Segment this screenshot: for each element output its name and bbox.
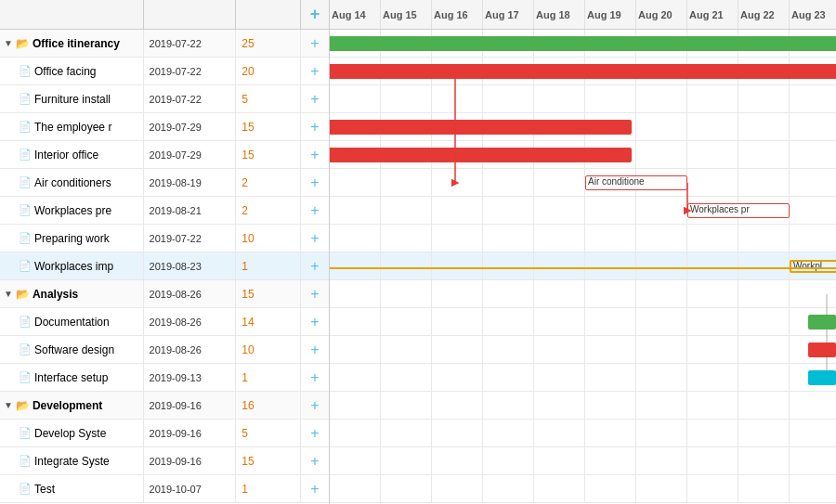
file-icon: 📄 xyxy=(19,149,32,161)
add-task-button[interactable]: + xyxy=(301,342,329,358)
gantt-col-bg xyxy=(790,113,836,140)
gantt-col-bg xyxy=(534,336,585,363)
gantt-col-bg xyxy=(687,420,738,446)
duration-cell: 15 xyxy=(236,447,301,474)
task-name[interactable]: Air conditioners xyxy=(34,176,111,189)
gantt-col-bg xyxy=(483,85,534,112)
duration-cell: 1 xyxy=(236,475,301,502)
gantt-col-bg xyxy=(534,85,585,112)
gantt-col-bg xyxy=(687,447,738,474)
add-task-button[interactable]: + xyxy=(301,481,329,498)
task-name[interactable]: Workplaces imp xyxy=(34,260,113,273)
add-icon[interactable]: + xyxy=(310,5,320,24)
add-task-button[interactable]: + xyxy=(301,91,329,108)
gantt-bar[interactable]: Workpl xyxy=(790,260,836,273)
gantt-col-bg xyxy=(636,252,687,279)
gantt-row xyxy=(330,308,836,336)
duration-cell: 2 xyxy=(236,169,301,196)
add-task-button[interactable]: + xyxy=(301,369,329,386)
add-task-button[interactable]: + xyxy=(301,119,329,136)
duration-cell: 20 xyxy=(236,58,301,84)
add-task-button[interactable]: + xyxy=(301,174,329,191)
add-task-button[interactable]: + xyxy=(301,453,329,470)
expand-icon[interactable]: ▼ xyxy=(4,400,13,410)
gantt-col-bg xyxy=(636,336,687,363)
add-task-button[interactable]: + xyxy=(301,230,329,247)
file-icon: 📄 xyxy=(19,455,32,467)
gantt-col-bg xyxy=(381,364,432,391)
gantt-row xyxy=(330,420,836,447)
task-cell: 📄Workplaces pre xyxy=(0,197,144,224)
task-cell: 📄Develop Syste xyxy=(0,420,144,446)
start-cell: 2019-09-16 xyxy=(144,447,237,474)
gantt-col-bg xyxy=(585,420,636,446)
add-task-button[interactable]: + xyxy=(301,314,329,330)
add-task-button[interactable]: + xyxy=(301,63,329,80)
table-row: 📄Test2019-10-071+ xyxy=(0,475,329,503)
gantt-col-bg xyxy=(790,85,836,112)
task-name[interactable]: Office itinerancy xyxy=(33,37,120,50)
task-name[interactable]: Test xyxy=(34,483,55,496)
add-task-button[interactable]: + xyxy=(301,397,329,414)
expand-icon[interactable]: ▼ xyxy=(4,289,13,299)
date-label: Aug 17 xyxy=(483,0,534,29)
add-task-button[interactable]: + xyxy=(301,35,329,52)
task-name[interactable]: Preparing work xyxy=(34,232,110,245)
gantt-body: Air conditioneWorkplaces prWorkpl xyxy=(330,30,836,503)
duration-cell: 10 xyxy=(236,336,301,363)
start-cell: 2019-07-29 xyxy=(144,113,237,140)
add-task-button[interactable]: + xyxy=(301,202,329,219)
gantt-bar[interactable] xyxy=(330,148,632,162)
add-task-button[interactable]: + xyxy=(301,147,329,163)
table-row: 📄Interface setup2019-09-131+ xyxy=(0,364,329,392)
gantt-col-bg xyxy=(381,420,432,446)
gantt-bar[interactable] xyxy=(330,36,836,51)
task-name[interactable]: Interface setup xyxy=(34,371,108,384)
gantt-col-bg xyxy=(585,364,636,391)
gantt-bar[interactable] xyxy=(330,64,836,79)
gantt-col-bg xyxy=(687,225,738,252)
far-right-bar xyxy=(808,342,836,357)
gantt-col-bg xyxy=(790,141,836,168)
task-name[interactable]: Integrate Syste xyxy=(34,455,110,468)
gantt-col-bg xyxy=(330,197,381,224)
task-name[interactable]: Workplaces pre xyxy=(34,204,111,217)
add-task-button[interactable]: + xyxy=(301,425,329,442)
folder-icon: 📂 xyxy=(16,37,30,50)
start-cell: 2019-07-29 xyxy=(144,141,237,168)
expand-icon[interactable]: ▼ xyxy=(4,38,13,48)
task-name[interactable]: Furniture install xyxy=(34,93,111,106)
gantt-col-bg xyxy=(432,364,483,391)
gantt-col-bg xyxy=(534,392,585,419)
task-name[interactable]: Documentation xyxy=(34,316,110,329)
table-row: 📄Air conditioners2019-08-192+ xyxy=(0,169,329,197)
task-name[interactable]: Develop Syste xyxy=(34,427,106,440)
file-icon: 📄 xyxy=(19,121,32,133)
gantt-bar[interactable]: Air conditione xyxy=(585,175,687,190)
task-cell: ▼📂Analysis xyxy=(0,280,144,307)
gantt-col-bg xyxy=(381,392,432,419)
add-task-button[interactable]: + xyxy=(301,286,329,303)
date-label: Aug 21 xyxy=(687,0,738,29)
task-name[interactable]: Office facing xyxy=(34,65,96,78)
add-task-button[interactable]: + xyxy=(301,258,329,275)
table-row: 📄The employee r2019-07-2915+ xyxy=(0,113,329,141)
duration-cell: 25 xyxy=(236,30,301,57)
table-row: 📄Integrate Syste2019-09-1615+ xyxy=(0,447,329,475)
gantt-bar[interactable]: Workplaces pr xyxy=(687,203,790,218)
start-cell: 2019-07-22 xyxy=(144,225,237,252)
task-name[interactable]: Software design xyxy=(34,343,114,356)
gantt-col-bg xyxy=(738,225,790,252)
gantt-col-bg xyxy=(534,169,585,196)
gantt-col-bg xyxy=(585,280,636,307)
task-name[interactable]: Development xyxy=(33,399,102,412)
gantt-col-bg xyxy=(585,197,636,224)
gantt-col-bg xyxy=(790,280,836,307)
gantt-col-bg xyxy=(636,447,687,474)
task-name[interactable]: The employee r xyxy=(34,121,111,134)
task-name[interactable]: Analysis xyxy=(33,288,78,301)
gantt-col-bg xyxy=(534,308,585,335)
gantt-bar[interactable] xyxy=(330,120,632,135)
task-name[interactable]: Interior office xyxy=(34,149,98,162)
task-cell: 📄Preparing work xyxy=(0,225,144,252)
